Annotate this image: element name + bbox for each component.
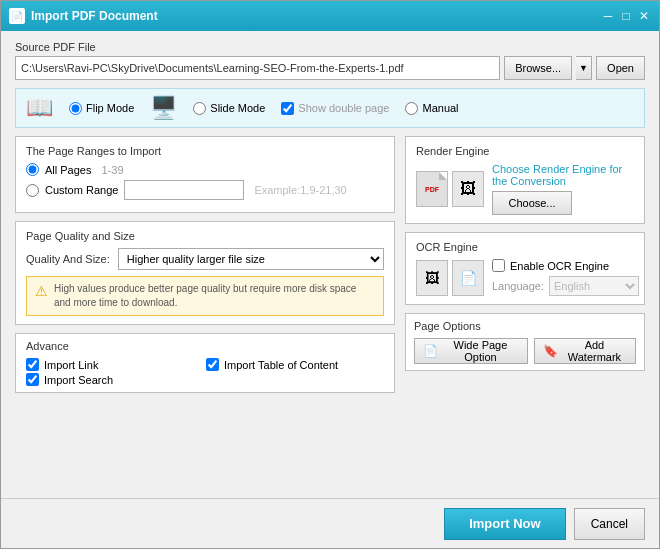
warning-text: High values produce better page quality … [54, 282, 375, 310]
manual-mode-option[interactable]: Manual [405, 102, 458, 115]
render-text: Choose Render Engine for the Conversion … [492, 163, 634, 215]
dialog-content: Source PDF File Browse... ▼ Open 📖 Flip … [1, 31, 659, 498]
import-link-checkbox[interactable] [26, 358, 39, 371]
range-placeholder: Example:1,9-21,30 [254, 184, 346, 196]
wide-page-icon: 📄 [423, 344, 438, 358]
import-toc-label: Import Table of Content [224, 359, 338, 371]
cancel-button[interactable]: Cancel [574, 508, 645, 540]
quality-select[interactable]: Higher quality larger file size Standard… [118, 248, 384, 270]
show-double-label: Show double page [298, 102, 389, 114]
wide-page-button[interactable]: 📄 Wide Page Option [414, 338, 528, 364]
page-ranges-section: The Page Ranges to Import All Pages 1-39… [15, 136, 395, 213]
ocr-options: Enable OCR Engine Language: English [492, 259, 639, 296]
titlebar: 📄 Import PDF Document ─ □ ✕ [1, 1, 659, 31]
page-options-buttons: 📄 Wide Page Option 🔖 Add Watermark [414, 338, 636, 364]
ocr-language-row: Language: English [492, 276, 639, 296]
custom-range-label: Custom Range [45, 184, 118, 196]
ocr-engine-title: OCR Engine [416, 241, 634, 253]
ocr-lang-label: Language: [492, 280, 544, 292]
watermark-icon: 🔖 [543, 344, 558, 358]
image-file-icon: 🖼 [452, 171, 484, 207]
import-search-option[interactable]: Import Search [26, 373, 204, 386]
advance-section: Advance Import Link Import Table of Cont… [15, 333, 395, 393]
quality-label: Quality And Size: [26, 253, 110, 265]
slide-mode-icon: 🖥️ [150, 95, 177, 121]
custom-range-radio[interactable] [26, 184, 39, 197]
all-pages-option: All Pages 1-39 [26, 163, 384, 176]
file-row: Browse... ▼ Open [15, 56, 645, 80]
render-inner: PDF 🖼 Choose Render Engine for the Conve… [416, 163, 634, 215]
all-pages-range: 1-39 [101, 164, 123, 176]
render-engine-section: Render Engine PDF 🖼 Choose Render Engine… [405, 136, 645, 224]
slide-mode-radio[interactable] [193, 102, 206, 115]
slide-mode-option[interactable]: Slide Mode [193, 102, 265, 115]
left-column: The Page Ranges to Import All Pages 1-39… [15, 136, 395, 488]
browse-dropdown-button[interactable]: ▼ [576, 56, 592, 80]
show-double-option[interactable]: Show double page [281, 102, 389, 115]
all-pages-label: All Pages [45, 164, 91, 176]
page-ranges-title: The Page Ranges to Import [26, 145, 384, 157]
footer: Import Now Cancel [1, 498, 659, 548]
open-button[interactable]: Open [596, 56, 645, 80]
render-engine-title: Render Engine [416, 145, 634, 157]
source-label: Source PDF File [15, 41, 645, 53]
quality-row: Quality And Size: Higher quality larger … [26, 248, 384, 270]
main-window: 📄 Import PDF Document ─ □ ✕ Source PDF F… [0, 0, 660, 549]
wide-page-label: Wide Page Option [442, 339, 519, 363]
manual-mode-radio[interactable] [405, 102, 418, 115]
right-column: Render Engine PDF 🖼 Choose Render Engine… [405, 136, 645, 488]
ocr-engine-section: OCR Engine 🖼 📄 Enable OCR Engine [405, 232, 645, 305]
enable-ocr-checkbox[interactable] [492, 259, 505, 272]
browse-button[interactable]: Browse... [504, 56, 572, 80]
import-link-label: Import Link [44, 359, 98, 371]
import-toc-option[interactable]: Import Table of Content [206, 358, 384, 371]
slide-mode-label: Slide Mode [210, 102, 265, 114]
enable-ocr-option[interactable]: Enable OCR Engine [492, 259, 639, 272]
show-double-checkbox[interactable] [281, 102, 294, 115]
ocr-language-select[interactable]: English [549, 276, 639, 296]
file-path-input[interactable] [15, 56, 500, 80]
ocr-icons: 🖼 📄 [416, 260, 484, 296]
mode-section: 📖 Flip Mode 🖥️ Slide Mode Show double pa… [15, 88, 645, 128]
ocr-image-icon-1: 🖼 [416, 260, 448, 296]
import-link-option[interactable]: Import Link [26, 358, 204, 371]
custom-range-input[interactable] [124, 180, 244, 200]
custom-range-option: Custom Range Example:1,9-21,30 [26, 180, 384, 200]
flip-mode-icon: 📖 [26, 95, 53, 121]
import-toc-checkbox[interactable] [206, 358, 219, 371]
import-search-checkbox[interactable] [26, 373, 39, 386]
page-options-section: Page Options 📄 Wide Page Option 🔖 Add Wa… [405, 313, 645, 371]
quality-warning: ⚠ High values produce better page qualit… [26, 276, 384, 316]
source-section: Source PDF File Browse... ▼ Open [15, 41, 645, 80]
import-search-label: Import Search [44, 374, 113, 386]
add-watermark-label: Add Watermark [562, 339, 627, 363]
window-icon: 📄 [9, 8, 25, 24]
ocr-image-icon-2: 📄 [452, 260, 484, 296]
pdf-file-icon: PDF [416, 171, 448, 207]
add-watermark-button[interactable]: 🔖 Add Watermark [534, 338, 636, 364]
render-icons: PDF 🖼 [416, 171, 484, 207]
manual-mode-label: Manual [422, 102, 458, 114]
quality-title: Page Quality and Size [26, 230, 384, 242]
all-pages-radio[interactable] [26, 163, 39, 176]
two-column-layout: The Page Ranges to Import All Pages 1-39… [15, 136, 645, 488]
flip-mode-radio[interactable] [69, 102, 82, 115]
render-engine-link[interactable]: Choose Render Engine for the Conversion [492, 163, 634, 187]
enable-ocr-label: Enable OCR Engine [510, 260, 609, 272]
advance-grid: Import Link Import Table of Content Impo… [26, 358, 384, 386]
advance-title: Advance [26, 340, 384, 352]
close-button[interactable]: ✕ [637, 9, 651, 23]
import-now-button[interactable]: Import Now [444, 508, 566, 540]
titlebar-controls: ─ □ ✕ [601, 9, 651, 23]
choose-button[interactable]: Choose... [492, 191, 572, 215]
window-title: Import PDF Document [31, 9, 601, 23]
flip-mode-option[interactable]: Flip Mode [69, 102, 134, 115]
maximize-button[interactable]: □ [619, 9, 633, 23]
warning-icon: ⚠ [35, 283, 48, 299]
flip-mode-label: Flip Mode [86, 102, 134, 114]
minimize-button[interactable]: ─ [601, 9, 615, 23]
page-options-title: Page Options [414, 320, 636, 332]
ocr-inner: 🖼 📄 Enable OCR Engine Language: [416, 259, 634, 296]
quality-section: Page Quality and Size Quality And Size: … [15, 221, 395, 325]
